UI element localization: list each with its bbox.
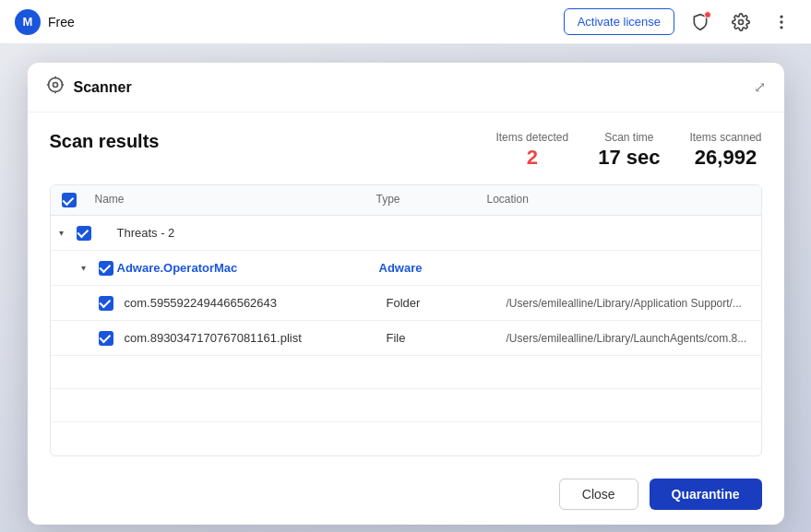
scan-time-value: 17 sec [598, 146, 660, 170]
adware-chevron-icon[interactable]: ▾ [77, 261, 91, 276]
more-button[interactable] [767, 7, 796, 37]
items-scanned-value: 26,992 [689, 146, 761, 170]
adware-check-cell [95, 261, 117, 276]
file2-name: com.8930347170767081161.plist [117, 331, 379, 345]
file1-check-cell [95, 296, 117, 311]
plan-label: Free [48, 15, 75, 30]
adware-parent-checkbox[interactable] [99, 261, 113, 276]
threats-group-label: Threats - 2 [117, 226, 761, 240]
scan-results-header: Scan results Items detected 2 Scan time … [50, 131, 762, 170]
dialog-content: Scan results Items detected 2 Scan time … [28, 112, 784, 456]
gear-icon [732, 13, 750, 31]
file1-type: Folder [379, 296, 499, 310]
file1-checkbox[interactable] [99, 296, 113, 311]
items-detected-label: Items detected [495, 131, 568, 144]
file1-location: /Users/emilealline/Library/Application S… [499, 297, 761, 310]
file-row-1: com.5955922494466562643 Folder /Users/em… [51, 286, 761, 321]
empty-row-3 [51, 422, 761, 455]
scan-time-label: Scan time [598, 131, 660, 144]
topbar: M Free Activate license [0, 0, 811, 44]
expand-icon[interactable]: ⤢ [754, 78, 766, 96]
file-row-2: com.8930347170767081161.plist File /User… [51, 321, 761, 356]
svg-point-4 [48, 78, 62, 92]
file2-location: /Users/emilealline/Library/LaunchAgents/… [499, 332, 761, 345]
col-header-location: Location [480, 193, 761, 207]
more-icon [772, 13, 791, 31]
adware-parent-row: ▾ Adware.OperatorMac Adware [51, 251, 761, 286]
select-all-checkbox[interactable] [62, 193, 77, 207]
settings-button[interactable] [726, 7, 756, 37]
notification-badge [704, 11, 711, 18]
file1-name: com.5955922494466562643 [117, 296, 379, 310]
empty-row-2 [51, 389, 761, 422]
dialog-footer: Close Quarantine [28, 464, 784, 525]
topbar-right: Activate license [564, 7, 796, 37]
svg-point-0 [739, 19, 744, 24]
file2-checkbox[interactable] [99, 331, 113, 346]
threats-chevron-icon[interactable]: ▾ [54, 226, 69, 241]
adware-name: Adware.OperatorMac [117, 261, 379, 275]
main-area: Scanner ⤢ Scan results Items detected 2 … [0, 44, 811, 532]
results-table: Name Type Location ▾ Threats - 2 [50, 184, 762, 456]
scanner-dialog: Scanner ⤢ Scan results Items detected 2 … [28, 63, 784, 525]
threats-chevron-cell: ▾ [51, 226, 73, 241]
quarantine-button[interactable]: Quarantine [650, 479, 762, 510]
items-detected-value: 2 [495, 146, 568, 170]
col-header-type: Type [369, 193, 480, 207]
stat-scan-time: Scan time 17 sec [598, 131, 660, 170]
threats-checkbox[interactable] [77, 226, 91, 241]
file2-type: File [379, 331, 499, 345]
close-button[interactable]: Close [559, 479, 638, 510]
app-logo: M [15, 9, 41, 35]
threats-group-row: ▾ Threats - 2 [51, 216, 761, 251]
col-header-name: Name [88, 193, 369, 207]
header-check-cell [51, 193, 88, 207]
activate-license-button[interactable]: Activate license [564, 8, 674, 35]
file2-check-cell [95, 331, 117, 346]
dialog-header: Scanner ⤢ [28, 63, 784, 112]
empty-row-1 [51, 356, 761, 389]
stat-items-scanned: Items scanned 26,992 [689, 131, 761, 170]
stats-area: Items detected 2 Scan time 17 sec Items … [495, 131, 761, 170]
items-scanned-label: Items scanned [689, 131, 761, 144]
scan-results-title: Scan results [50, 131, 160, 152]
table-header: Name Type Location [51, 185, 761, 216]
threats-check-cell [73, 226, 95, 241]
scanner-icon [46, 76, 65, 99]
svg-point-2 [781, 21, 782, 23]
dialog-title: Scanner [74, 79, 132, 96]
svg-point-1 [781, 16, 782, 18]
svg-point-3 [781, 27, 782, 29]
stat-items-detected: Items detected 2 [495, 131, 568, 170]
adware-type: Adware [379, 261, 499, 275]
svg-point-5 [53, 83, 57, 88]
notifications-button[interactable] [686, 7, 715, 37]
adware-chevron-cell: ▾ [73, 261, 95, 276]
